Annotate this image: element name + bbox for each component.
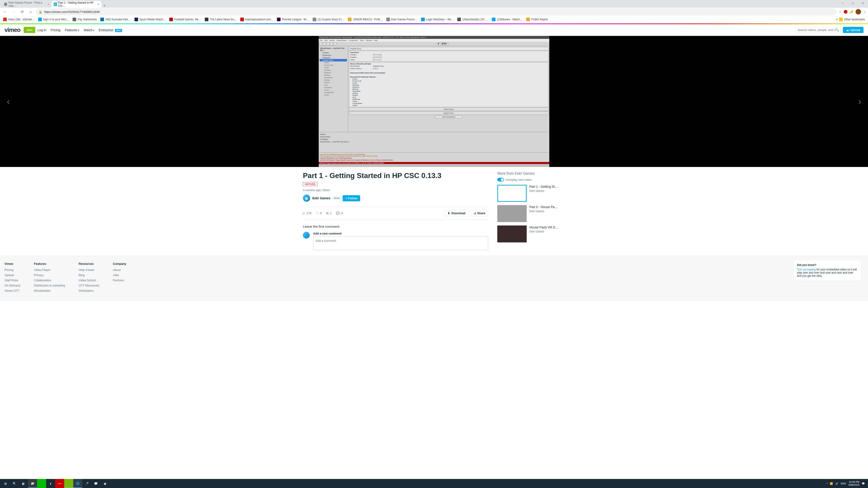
hierarchy-item: Vickie (320, 89, 347, 91)
follow-button[interactable]: + Follow (343, 195, 360, 201)
extension-icon[interactable] (844, 10, 847, 13)
footer-link[interactable]: Distribution & marketing (34, 284, 65, 287)
download-button[interactable]: ⬇Download (445, 210, 468, 217)
bookmark-item[interactable]: Urbanshowbiz 247 … (456, 17, 490, 22)
bookmark-item[interactable]: watchepisodes4.com… (239, 17, 275, 22)
new-tab-button[interactable]: + (101, 4, 108, 8)
bookmark-item[interactable]: Sign in to your Micr… (37, 17, 70, 22)
footer-link[interactable]: Video School (79, 279, 99, 282)
footer-link[interactable]: Video Player (34, 268, 65, 271)
comments-stat[interactable]: 💬0 (336, 212, 343, 215)
lock-icon[interactable]: 🔒 (39, 10, 42, 13)
unity-menu-item: GameObject (337, 39, 347, 41)
footer-link[interactable]: OTT Resources (79, 284, 99, 287)
collections-icon: ⊞ (326, 212, 329, 215)
back-button[interactable]: ← (2, 8, 8, 15)
footer-link[interactable]: Privacy (34, 273, 65, 277)
watch-menu[interactable]: Watch (81, 27, 96, 33)
prev-video-button[interactable]: ‹ (2, 92, 14, 111)
key-icon[interactable]: 🔑 (850, 10, 853, 13)
bookmark-item[interactable]: ANZ Australia Inter… (99, 17, 132, 22)
bookmark-item[interactable]: 123Movies - Watch… (491, 17, 524, 22)
join-button[interactable]: Join (24, 27, 35, 33)
comment-heading: Leave the first comment: (303, 225, 488, 228)
login-link[interactable]: Log in (35, 27, 49, 33)
footer-link[interactable]: Upload (4, 273, 20, 277)
pricing-link[interactable]: Pricing (49, 27, 63, 33)
character-name: Frank (352, 82, 547, 84)
bookmark-item[interactable]: Inbox (26) - a2bride… (2, 17, 36, 22)
footer-link[interactable]: Vimeo OTT (4, 289, 20, 292)
favicon (3, 18, 7, 21)
more-link[interactable]: More (323, 188, 330, 192)
tip-link[interactable]: Turn on looping (797, 268, 816, 271)
bookmark-item[interactable]: The Latest News fro… (204, 17, 238, 22)
creator-name[interactable]: Eek! Games (312, 196, 331, 200)
cloud-upload-icon: ☁ (846, 28, 849, 32)
enterprise-link[interactable]: Enterprise NEW (96, 27, 124, 33)
footer-link[interactable]: Pricing (4, 268, 20, 271)
tip-title: Did you know? (797, 263, 858, 267)
bookmark-item[interactable]: Login ResDiary – Re… (420, 17, 455, 22)
home-button[interactable]: ⌂ (28, 8, 34, 15)
footer-link[interactable]: Partners (113, 279, 126, 282)
footer-link[interactable]: Jobs (113, 273, 126, 277)
profile-avatar[interactable] (856, 9, 861, 14)
related-video[interactable]: Part 1 - Getting St… Eek! Games (497, 185, 565, 202)
footer-link[interactable]: About (113, 268, 126, 271)
comment-input[interactable] (313, 236, 488, 250)
likes-button[interactable]: ♡0 (316, 212, 322, 215)
upload-button[interactable]: ☁ Upload (843, 27, 864, 33)
bookmarks-bar: Inbox (26) - a2bride…Sign in to your Mic… (0, 16, 868, 23)
related-video[interactable]: Part 0 - House Pa… Eek! Games (497, 205, 565, 222)
bookmark-item[interactable]: JOKER-REKOJ - PUB… (346, 17, 384, 22)
footer-link[interactable]: Collaboration (34, 279, 65, 282)
footer-link[interactable]: Help Center (79, 268, 99, 271)
window-close[interactable]: × (858, 0, 868, 6)
bookmark-item[interactable]: Spurs Media Watch… (133, 17, 167, 22)
video-player[interactable]: ‹ › Unity 2019.1.0f2 Personal - StoryCre… (0, 36, 868, 167)
footer-link[interactable]: Monetization (34, 289, 65, 292)
bookmark-label: JOKER-REKOJ - PUB… (353, 18, 382, 21)
bookmark-label: Spurs Media Watch… (140, 18, 166, 21)
next-video-button[interactable]: › (854, 92, 866, 111)
search-input[interactable] (798, 28, 835, 32)
collections-button[interactable]: ⊞1 (326, 212, 332, 215)
transform-header: Transform (350, 52, 547, 54)
tab-eek-forum[interactable]: Eek! Games Forum - Post a new… × (2, 1, 52, 8)
comment-icon: 💬 (336, 212, 340, 215)
other-bookmarks[interactable]: » Other bookmarks (835, 17, 866, 22)
bookmark-item[interactable]: PUBG Report (525, 17, 549, 22)
search-icon[interactable]: 🔍 (835, 28, 839, 32)
footer-link[interactable]: Staff Picks (4, 279, 20, 282)
footer-link[interactable]: Developers (79, 289, 99, 292)
window-maximize[interactable]: □ (848, 0, 858, 6)
character-name: Rachael (352, 84, 547, 86)
footer-link[interactable]: On Demand (4, 284, 20, 287)
bookmark-item[interactable]: Football Games, Re… (168, 17, 203, 22)
footer-link[interactable]: Blog (79, 273, 99, 277)
related-title: Part 1 - Getting St… (529, 185, 565, 188)
bookmark-item[interactable]: Pay Statements (71, 17, 98, 22)
vimeo-logo[interactable]: vimeo (4, 26, 20, 33)
window-minimize[interactable]: – (837, 0, 848, 6)
close-icon[interactable]: × (48, 3, 49, 6)
features-menu[interactable]: Features (63, 27, 81, 33)
bookmark-item[interactable]: (1) Custom Story Cr… (311, 17, 346, 22)
tab-vimeo[interactable]: v Part 1 - Getting Started in HP CS… × (52, 1, 101, 8)
url-field[interactable] (44, 10, 834, 13)
reload-button[interactable]: ⟳ (19, 8, 25, 15)
star-icon[interactable]: ☆ (839, 10, 842, 13)
close-icon[interactable]: × (97, 3, 99, 6)
menu-icon[interactable]: ⋮ (863, 10, 866, 13)
creator-avatar[interactable]: ◉ (303, 195, 310, 202)
character-name: Madison (352, 86, 547, 88)
autoplay-toggle[interactable] (497, 178, 504, 182)
bookmark-item[interactable]: Eek! Games Forum… (385, 17, 419, 22)
globe-icon (4, 2, 7, 6)
bookmark-item[interactable]: Premier League - W… (276, 17, 310, 22)
related-video[interactable]: House Party VR D… Eek! Games (497, 225, 565, 242)
search-box[interactable]: 🔍 (796, 27, 841, 33)
share-button[interactable]: ◁Share (471, 210, 488, 217)
forward-button[interactable]: → (10, 8, 17, 15)
